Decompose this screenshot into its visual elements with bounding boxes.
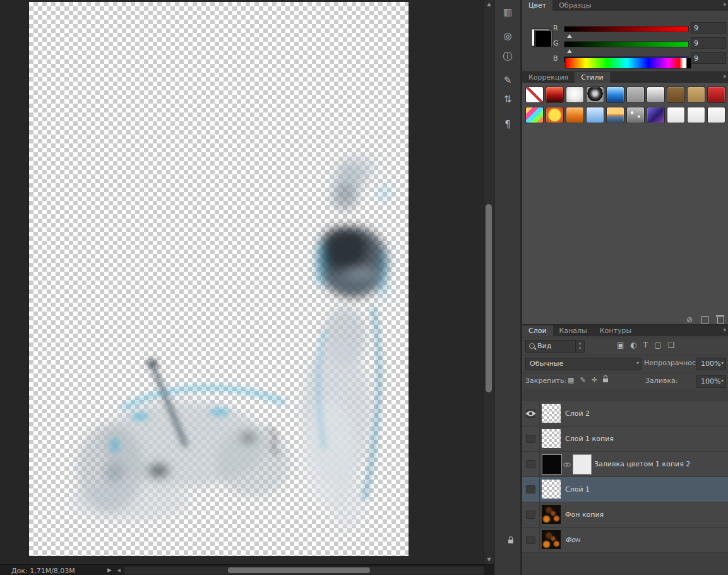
layer-name[interactable]: Фон копия [565,511,604,519]
style-swatch[interactable] [606,107,624,123]
scroll-left-icon[interactable]: ◀ [117,567,121,573]
layer-name[interactable]: Слой 1 копия [565,435,614,443]
canvas-horizontal-scrollbar[interactable] [124,566,484,575]
history-panel-icon[interactable]: ▥ [495,6,520,18]
status-popup-arrow-icon[interactable]: ▶ [107,567,112,573]
filter-pixel-layers-icon[interactable]: ▣ [617,341,624,349]
red-channel-label: R [553,24,558,32]
tab-adjustments[interactable]: Коррекция [522,72,575,83]
fill-layer-thumbnail[interactable] [542,454,562,475]
styles-panel-menu-icon[interactable]: ▾ [723,73,726,80]
style-swatch[interactable] [626,87,645,103]
layer-name[interactable]: Слой 2 [565,409,590,418]
style-swatch[interactable] [707,87,725,103]
filter-smart-objects-icon[interactable]: ❏ [668,341,675,349]
red-value-input[interactable] [691,22,726,33]
new-style-icon[interactable] [701,316,708,324]
mask-link-icon[interactable] [563,463,570,466]
style-swatch[interactable] [546,107,564,123]
layer-name[interactable]: Заливка цветом 1 копия 2 [594,460,690,468]
layer-thumbnail[interactable] [542,429,561,448]
red-slider[interactable] [564,26,689,32]
red-slider-thumb[interactable] [567,32,572,38]
style-swatch[interactable] [667,107,685,123]
vertical-scrollbar-thumb[interactable] [486,204,492,392]
layer-thumbnail[interactable] [542,505,561,524]
layer-row[interactable]: Слой 1 копия [522,427,728,452]
tab-paths[interactable]: Контуры [594,325,638,336]
color-panel-menu-icon[interactable]: ▾ [723,1,726,8]
style-swatch-no-style[interactable] [525,87,544,103]
style-swatch[interactable] [586,87,604,103]
paragraph-panel-icon[interactable]: ¶ [495,119,520,130]
tab-layers[interactable]: Слои [522,325,553,336]
visibility-toggle[interactable] [526,485,535,493]
green-slider[interactable] [564,41,689,47]
filter-shape-layers-icon[interactable]: ▢ [654,341,661,349]
lock-position-icon[interactable]: ✛ [592,376,597,384]
style-swatch[interactable] [626,107,645,123]
lock-transparency-icon[interactable]: ▦ [568,376,574,384]
layer-thumbnail[interactable] [542,404,561,423]
tab-channels[interactable]: Каналы [553,325,594,336]
tab-color[interactable]: Цвет [522,0,552,11]
visibility-toggle[interactable] [526,409,535,418]
style-swatch[interactable] [586,107,604,123]
style-swatch[interactable] [566,107,584,123]
stepper-down-icon[interactable]: ▾ [576,346,584,351]
filter-kind-stepper[interactable]: ▴ ▾ [575,341,584,352]
style-swatch[interactable] [687,87,705,103]
style-swatch[interactable] [687,107,705,123]
style-swatch[interactable] [546,87,564,103]
clear-style-icon[interactable]: ⊘ [686,316,693,324]
layer-row[interactable]: Слой 2 [522,401,728,427]
stepper-up-icon[interactable]: ▴ [576,341,584,346]
visibility-toggle[interactable] [526,435,535,443]
adjustments-panel-icon[interactable]: ◎ [495,30,520,42]
opacity-value: 100% [701,360,720,368]
visibility-toggle[interactable] [526,511,535,519]
style-swatch[interactable] [707,107,725,123]
layer-mask-thumbnail[interactable] [573,454,592,475]
layer-thumbnail[interactable] [542,530,561,549]
scroll-down-icon[interactable]: ▼ [484,557,494,562]
horizontal-scrollbar-thumb[interactable] [228,567,370,573]
layers-panel-menu-icon[interactable]: ▾ [723,327,726,333]
visibility-toggle[interactable] [526,536,535,544]
brush-presets-panel-icon[interactable]: ✎ [495,75,520,86]
tool-presets-panel-icon[interactable]: ⇅ [495,94,520,105]
tab-swatches[interactable]: Образцы [552,0,597,11]
delete-style-icon[interactable] [717,317,724,324]
blend-mode-dropdown[interactable]: Обычные ▾ [525,358,641,370]
layer-row[interactable]: Заливка цветом 1 копия 2 [522,452,728,477]
lock-paint-icon[interactable]: ✎ [580,376,585,384]
canvas-vertical-scrollbar[interactable]: ▲ ▼ [484,0,494,564]
layer-name[interactable]: Слой 1 [565,485,590,493]
fill-field[interactable]: 100% ▾ [696,375,726,388]
style-swatch[interactable] [647,107,665,123]
style-swatch[interactable] [606,87,624,103]
filter-kind-dropdown[interactable]: Вид ▴ ▾ [525,340,585,353]
opacity-field[interactable]: 100% ▾ [696,358,726,370]
layer-row[interactable]: Фон копия [522,502,728,528]
green-value-input[interactable] [691,37,726,49]
style-swatch[interactable] [566,87,584,103]
tab-styles[interactable]: Стили [575,72,609,83]
layer-thumbnail[interactable] [542,480,561,499]
lock-all-icon[interactable] [603,378,608,382]
scroll-up-icon[interactable]: ▲ [484,2,494,7]
style-swatch[interactable] [525,107,544,123]
color-spectrum-ramp[interactable] [565,58,691,69]
style-swatch[interactable] [647,87,665,103]
green-slider-thumb[interactable] [567,47,572,53]
layer-name[interactable]: Фон [565,536,580,544]
visibility-toggle[interactable] [526,460,535,468]
info-panel-icon[interactable]: ⓘ [495,51,520,62]
layer-row[interactable]: Слой 1 [522,477,728,502]
style-swatch[interactable] [667,87,685,103]
layer-row[interactable]: Фон [522,528,728,553]
blue-value-input[interactable] [691,52,726,64]
document-canvas[interactable] [29,2,409,556]
filter-type-layers-icon[interactable]: T [643,341,648,349]
filter-adjustment-layers-icon[interactable]: ◐ [630,341,636,349]
